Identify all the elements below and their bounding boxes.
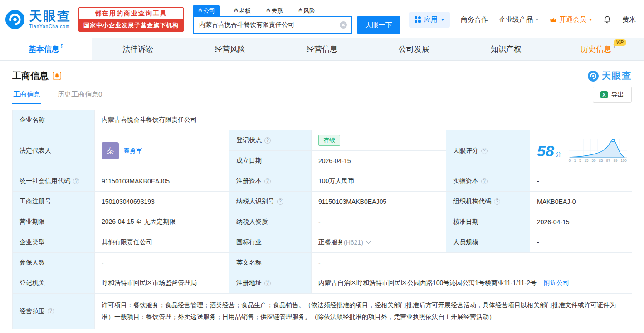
export-button[interactable]: X 导出 — [593, 87, 632, 103]
open-vip-label: 开通会员 — [559, 15, 586, 24]
label-paid-capital: 实缴资本 ? — [446, 171, 530, 191]
menu-item-enterprise-products[interactable]: 企业级产品 — [499, 15, 539, 24]
logo-text-en: TianYanCha.com — [29, 24, 71, 29]
score-curve-chart: 01 515 5085 9799 100 — [569, 139, 627, 163]
search-tab-boss[interactable]: 查老板 — [232, 5, 252, 16]
label-staff-size: 人员规模 — [446, 232, 530, 252]
business-info-table: 企业名称 内蒙古喜悦奋斗餐饮有限责任公司 法定代表人 秦 秦勇军 登记状态 ? … — [12, 110, 632, 329]
clear-search-icon[interactable] — [340, 21, 347, 29]
legal-rep-link[interactable]: 秦勇军 — [123, 147, 142, 155]
help-icon[interactable]: ? — [481, 148, 488, 154]
value-approve-date: 2026-04-15 — [530, 212, 634, 232]
chevron-down-icon — [535, 19, 539, 23]
vip-badge: VIP — [614, 39, 626, 46]
subtab-history-business-info[interactable]: 历史工商信息0 — [57, 85, 103, 104]
section-title: 工商信息 — [12, 70, 49, 82]
watermark-text: 天眼查 — [602, 70, 632, 82]
help-icon[interactable]: ? — [264, 178, 271, 184]
header-menu: 应用 商务合作 企业级产品 开通会员 费米 — [409, 12, 636, 28]
chevron-down-icon — [441, 19, 444, 23]
value-taxpayer-id: 91150103MAKB0EAJ05 — [312, 192, 446, 212]
search-tab-company[interactable]: 查公司 — [193, 5, 220, 16]
label-reg-capital: 注册资本 ? — [229, 171, 311, 191]
subscribe-bell-icon[interactable] — [53, 72, 61, 80]
nearby-companies-link[interactable]: 附近公司 — [544, 279, 569, 287]
help-icon[interactable]: ? — [494, 198, 500, 205]
tab-company-development[interactable]: 公司发展 — [368, 38, 460, 60]
help-icon[interactable]: ? — [264, 280, 271, 286]
help-icon[interactable]: ? — [481, 178, 488, 184]
label-legal-rep: 法定代表人 — [13, 130, 94, 171]
value-reg-status: 存续 — [312, 130, 446, 150]
value-staff-size: - — [530, 232, 634, 252]
label-english-name: 英文名称 — [229, 253, 311, 273]
score-number: 58 — [537, 143, 554, 159]
company-nav-tabs: 基本信息 5 法律诉讼 经营风险 经营信息 公司发展 知识产权 历史信息 1 V… — [0, 38, 644, 61]
label-score: 天眼评分 ? — [446, 130, 530, 171]
section-header: 工商信息 天眼查 — [0, 61, 644, 83]
value-legal-rep: 秦 秦勇军 — [95, 130, 229, 171]
legal-rep-avatar[interactable]: 秦 — [102, 142, 119, 159]
user-menu[interactable]: 费米 — [622, 15, 636, 24]
value-english-name: - — [312, 253, 634, 273]
help-icon[interactable]: ? — [264, 137, 271, 144]
label-business-scope: 经营范围 ? — [13, 294, 94, 329]
apps-menu-button[interactable]: 应用 — [409, 12, 450, 28]
label-reg-status: 登记状态 ? — [229, 130, 311, 150]
search-area: 查公司 查老板 查关系 查风险 天眼一下 — [193, 5, 400, 34]
value-reg-address: 内蒙古自治区呼和浩特市回民区公园西路100号沁园公寓1号楼商业11-1/11-2… — [312, 273, 634, 293]
tianyancha-logo[interactable]: 天眼查 TianYanCha.com — [5, 9, 71, 30]
tab-operating-risk[interactable]: 经营风险 — [184, 38, 276, 60]
value-credit-code: 91150103MAKB0EAJ05 — [95, 171, 229, 191]
tab-intellectual-property[interactable]: 知识产权 — [460, 38, 552, 60]
value-insured-count: - — [95, 253, 229, 273]
label-credit-code: 统一社会信用代码 ? — [13, 171, 94, 191]
tab-legal-proceedings[interactable]: 法律诉讼 — [92, 38, 184, 60]
tab-basic-info-count: 5 — [61, 43, 63, 49]
help-icon[interactable]: ? — [277, 198, 283, 205]
search-input[interactable] — [198, 21, 340, 29]
logo-swirl-icon — [5, 9, 25, 30]
tab-operating-risk-label: 经营风险 — [215, 44, 245, 54]
label-insured-count: 参保人数 — [13, 253, 94, 273]
search-tab-relation[interactable]: 查关系 — [264, 5, 284, 16]
label-company-type: 企业类型 — [13, 232, 94, 252]
value-company-type: 其他有限责任公司 — [95, 232, 229, 252]
tab-basic-info[interactable]: 基本信息 5 — [0, 38, 92, 60]
help-icon[interactable]: ? — [73, 178, 79, 184]
menu-item-cooperation[interactable]: 商务合作 — [461, 15, 488, 24]
tab-operating-info[interactable]: 经营信息 — [276, 38, 368, 60]
value-org-code: MAKB0EAJ-0 — [530, 192, 634, 212]
top-header: 天眼查 TianYanCha.com 都在用的商业查询工具 国家中小企业发展子基… — [0, 0, 644, 38]
value-company-name: 内蒙古喜悦奋斗餐饮有限责任公司 — [95, 110, 634, 130]
apps-grid-icon — [415, 16, 421, 23]
watermark-swirl-icon — [587, 70, 599, 82]
industry-expand-chevron-icon[interactable] — [366, 240, 371, 244]
tab-legal-proceedings-label: 法律诉讼 — [122, 44, 153, 54]
enterprise-products-label: 企业级产品 — [499, 15, 533, 24]
watermark-logo: 天眼查 — [587, 70, 632, 82]
value-reg-number: 150103040693193 — [95, 192, 229, 212]
label-taxpayer-quality: 纳税人资质 — [229, 212, 311, 232]
apps-menu-label: 应用 — [424, 15, 438, 24]
search-tab-risk[interactable]: 查风险 — [297, 5, 316, 16]
value-establish-date: 2026-04-15 — [312, 151, 446, 171]
score-axis-labels: 01 515 5085 9799 100 — [569, 159, 627, 163]
label-approve-date: 核准日期 — [446, 212, 530, 232]
label-reg-authority: 登记机关 — [13, 273, 94, 293]
tab-intellectual-property-label: 知识产权 — [491, 44, 522, 54]
label-reg-number: 工商注册号 — [13, 192, 94, 212]
help-icon[interactable]: ? — [48, 308, 54, 314]
label-taxpayer-id: 纳税人识别号 ? — [229, 192, 311, 212]
tab-history-info[interactable]: 历史信息 1 VIP — [552, 38, 644, 60]
search-type-tabs: 查公司 查老板 查关系 查风险 — [193, 5, 400, 16]
label-reg-address: 注册地址 ? — [229, 273, 311, 293]
cooperation-label: 商务合作 — [461, 15, 488, 24]
search-button[interactable]: 天眼一下 — [357, 16, 400, 34]
subtab-business-info[interactable]: 工商信息 — [12, 85, 41, 104]
notifications-bell-icon[interactable] — [603, 15, 611, 24]
export-label: 导出 — [611, 91, 624, 99]
menu-item-open-vip[interactable]: 开通会员 — [550, 15, 592, 24]
tab-history-info-label: 历史信息 — [581, 44, 611, 54]
value-score: 58 分 01 515 5085 9799 100 — [530, 130, 634, 171]
